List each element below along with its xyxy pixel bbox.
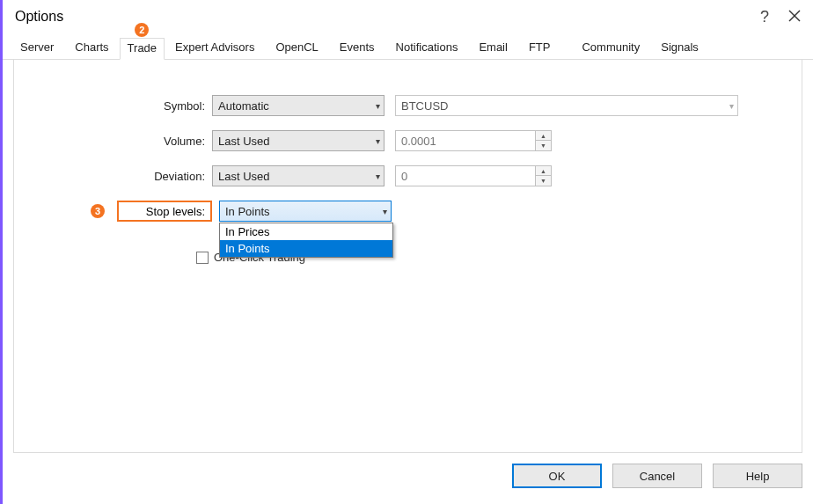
tab-opencl[interactable]: OpenCL: [265, 35, 328, 60]
deviation-spin-up[interactable]: ▲: [536, 166, 551, 176]
deviation-mode-value: Last Used: [218, 170, 270, 183]
one-click-checkbox[interactable]: [196, 252, 209, 264]
tab-notifications[interactable]: Notifications: [385, 35, 469, 60]
label-volume: Volume:: [32, 135, 212, 148]
label-symbol: Symbol:: [32, 99, 212, 113]
titlebar: Options ?: [3, 0, 813, 35]
stoplevels-option-in-prices[interactable]: In Prices: [220, 223, 392, 240]
tab-expert-advisors[interactable]: Expert Advisors: [165, 35, 265, 60]
chevron-down-icon: ▾: [729, 101, 734, 111]
tab-signals[interactable]: Signals: [650, 35, 709, 60]
deviation-mode-combo[interactable]: Last Used ▾: [212, 165, 385, 186]
volume-mode-value: Last Used: [218, 135, 270, 148]
annotation-badge-2: 2: [135, 23, 149, 37]
volume-spinner: ▲ ▼: [535, 131, 551, 150]
cancel-button[interactable]: Cancel: [612, 464, 702, 488]
volume-spin-up[interactable]: ▲: [536, 131, 551, 141]
chevron-down-icon: ▾: [376, 101, 380, 111]
symbol-mode-value: Automatic: [218, 99, 269, 113]
deviation-spinner: ▲ ▼: [535, 166, 551, 186]
label-deviation: Deviation:: [32, 170, 212, 183]
symbol-mode-combo[interactable]: Automatic ▾: [212, 95, 385, 116]
deviation-value: 0: [401, 170, 407, 183]
options-dialog: Options ? Server Charts 2 Trade Expert A…: [0, 0, 813, 504]
trade-pane: Symbol: Automatic ▾ BTCUSD ▾ Volume: Las…: [13, 60, 802, 453]
row-stoplevels: 3 Stop levels: In Points ▾ In Prices In …: [32, 199, 784, 223]
titlebar-title: Options: [15, 9, 63, 25]
volume-value-input[interactable]: 0.0001 ▲ ▼: [395, 130, 552, 151]
stoplevels-option-in-points[interactable]: In Points: [220, 240, 392, 257]
deviation-spin-down[interactable]: ▼: [536, 176, 551, 186]
volume-value: 0.0001: [401, 135, 436, 148]
tab-charts[interactable]: Charts: [64, 35, 119, 60]
ok-button[interactable]: OK: [512, 464, 602, 488]
stoplevels-selected: In Points: [225, 205, 270, 218]
stoplevels-dropdown: In Prices In Points: [219, 223, 393, 258]
tabs: Server Charts 2 Trade Expert Advisors Op…: [3, 35, 813, 60]
stoplevels-combo[interactable]: In Points ▾ In Prices In Points: [219, 201, 392, 222]
volume-spin-down[interactable]: ▼: [536, 141, 551, 150]
chevron-down-icon: ▾: [383, 207, 387, 216]
tab-community[interactable]: Community: [571, 35, 650, 60]
titlebar-close-icon[interactable]: [788, 8, 801, 26]
tab-trade[interactable]: 2 Trade: [120, 38, 165, 60]
tab-server[interactable]: Server: [10, 35, 64, 60]
row-symbol: Symbol: Automatic ▾ BTCUSD ▾: [32, 93, 784, 118]
label-stoplevels-annot: 3 Stop levels:: [117, 201, 212, 222]
deviation-value-input[interactable]: 0 ▲ ▼: [395, 165, 552, 186]
row-deviation: Deviation: Last Used ▾ 0 ▲ ▼: [32, 164, 784, 188]
volume-mode-combo[interactable]: Last Used ▾: [212, 130, 385, 151]
annotation-badge-3: 3: [91, 204, 105, 218]
tab-ftp[interactable]: FTP: [518, 35, 561, 60]
titlebar-actions: ?: [760, 8, 801, 26]
symbol-value: BTCUSD: [401, 99, 448, 113]
tab-events[interactable]: Events: [329, 35, 385, 60]
chevron-down-icon: ▾: [376, 136, 380, 146]
dialog-buttons: OK Cancel Help: [512, 455, 802, 497]
chevron-down-icon: ▾: [376, 172, 380, 181]
titlebar-help-icon[interactable]: ?: [760, 8, 769, 26]
help-button[interactable]: Help: [713, 464, 802, 488]
symbol-value-combo[interactable]: BTCUSD ▾: [395, 95, 738, 116]
tab-email[interactable]: Email: [468, 35, 518, 60]
label-stoplevels: Stop levels:: [146, 205, 205, 218]
row-volume: Volume: Last Used ▾ 0.0001 ▲ ▼: [32, 128, 784, 153]
